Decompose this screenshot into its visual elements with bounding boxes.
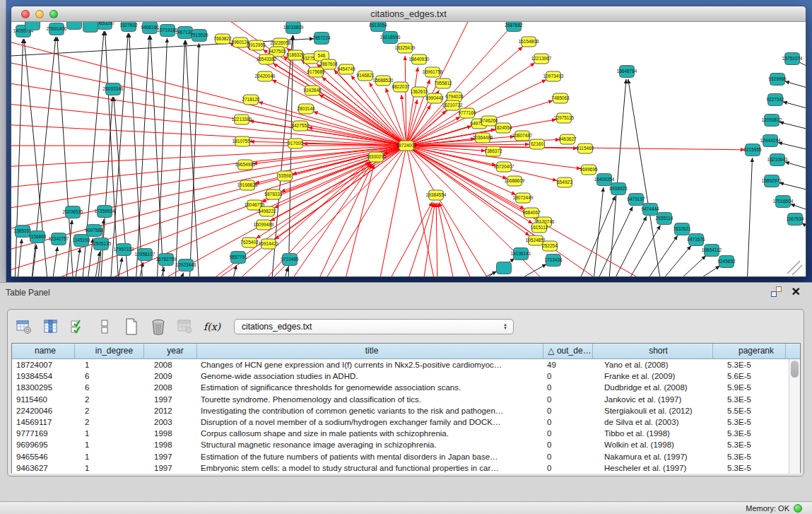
graph-edge — [436, 203, 437, 276]
cell-title: Corpus callosum shape and size in male p… — [197, 428, 543, 439]
table-row[interactable]: 977716911998Corpus callosum shape and si… — [12, 428, 800, 439]
graph-node-label: 12213389 — [232, 117, 252, 122]
rows-icon[interactable] — [95, 317, 114, 336]
column-header-pagerank[interactable]: pagerank — [713, 344, 786, 358]
graph-node-label: 8960124 — [231, 40, 249, 45]
graph-edge — [283, 267, 288, 276]
table-row[interactable]: 2242004622012Investigating the contribut… — [12, 405, 800, 416]
graph-node-label: 10654112 — [702, 247, 722, 252]
column-header-title[interactable]: title — [197, 344, 543, 358]
graph-edge — [790, 204, 806, 211]
table-columns-icon[interactable] — [42, 317, 60, 336]
table-row[interactable]: 1872400712008Changes of HCN gene express… — [12, 359, 800, 370]
cell-in_degree: 2 — [75, 394, 144, 405]
graph-node-label: 12923448 — [176, 262, 196, 267]
memory-status-label: Memory: OK — [746, 504, 789, 513]
cell-name: 19384554 — [12, 370, 75, 382]
graph-node-label: 10973493 — [543, 74, 564, 78]
graph-node-label: 12213967 — [531, 56, 552, 61]
graph-node-label: 15720407 — [494, 164, 514, 169]
graph-node-label: 19384554 — [426, 192, 447, 197]
graph-node-label: 20206535 — [63, 209, 83, 214]
graph-node-label: 6479197 — [627, 197, 645, 201]
graph-edge — [288, 35, 293, 276]
column-header-in_degree[interactable]: in_degree — [75, 344, 144, 358]
cell-short: Franke et al. (2009) — [593, 370, 713, 382]
graph-node[interactable] — [67, 22, 82, 30]
table-row[interactable]: 1830029562008Estimation of significance … — [12, 382, 800, 393]
function-icon[interactable]: f(x) — [203, 317, 221, 336]
graph-node-label: 1145193 — [73, 238, 90, 243]
table-selector-dropdown[interactable]: citations_edges.txt ▲▼ — [234, 319, 514, 334]
graph-node-label: 7386372 — [484, 148, 502, 153]
table-row[interactable]: 946362711997Embryonic stem cells: a mode… — [12, 462, 800, 474]
checklist-icon[interactable] — [69, 317, 87, 336]
graph-edge — [779, 183, 806, 191]
graph-node-label: 2867608 — [319, 62, 338, 66]
graph-node-label: 7485063 — [551, 95, 570, 100]
trash-icon[interactable] — [149, 317, 167, 336]
float-window-icon[interactable] — [771, 286, 782, 297]
graph-node-label: 1527602 — [119, 23, 138, 28]
graph-edge — [136, 35, 149, 276]
node-table: namein_degreeyeartitle△ out_de…shortpage… — [11, 343, 801, 473]
window-titlebar[interactable]: citations_edges.txt — [11, 6, 806, 22]
graph-node[interactable] — [497, 262, 512, 274]
table-gear-icon[interactable] — [15, 317, 33, 336]
column-header-name[interactable]: name — [12, 344, 75, 358]
table-row[interactable]: 1456911722003Disruption of a novel membe… — [12, 416, 800, 428]
graph-node-label: 7663822 — [213, 36, 232, 41]
column-header-short[interactable]: short — [593, 344, 713, 358]
minimize-window-icon[interactable] — [35, 10, 44, 18]
cell-name: 9115460 — [12, 394, 75, 405]
graph-node-label: 2935114 — [656, 216, 673, 221]
graph-edge — [779, 122, 806, 130]
table-row[interactable]: 1938455462009Genome-wide association stu… — [12, 370, 800, 382]
table-selector-value: citations_edges.txt — [235, 322, 500, 332]
graph-node-label: 9227342 — [766, 97, 784, 102]
graph-node-label: 5878331 — [264, 192, 283, 197]
cell-title: Tourette syndrome. Phenomenology and cla… — [197, 394, 543, 405]
graph-node-label: 12975115 — [554, 115, 575, 120]
graph-node-label: 27691406 — [47, 26, 67, 31]
new-document-icon[interactable] — [122, 317, 141, 336]
scrollbar-thumb[interactable] — [791, 361, 799, 378]
graph-edge — [11, 146, 406, 167]
cell-out_degree: 0 — [543, 462, 593, 474]
graph-node-label: 8454749 — [337, 66, 355, 71]
close-window-icon[interactable] — [21, 10, 30, 18]
network-canvas[interactable]: 1872400789601248912955232260589427503165… — [11, 22, 806, 276]
cell-out_degree: 0 — [543, 416, 593, 428]
cell-name: 9465546 — [12, 451, 75, 462]
graph-node-label: 12505135 — [91, 241, 112, 246]
graph-edge — [593, 187, 604, 276]
vertical-scrollbar[interactable] — [789, 359, 800, 474]
cell-in_degree: 6 — [75, 382, 144, 393]
cell-short: Yano et al. (2008) — [593, 359, 713, 370]
cell-pagerank: 5.3E-5 — [713, 439, 786, 450]
graph-node[interactable] — [25, 22, 40, 30]
zoom-window-icon[interactable] — [49, 10, 58, 18]
import-table-icon[interactable] — [176, 317, 194, 336]
graph-node-label: 2803144 — [297, 106, 315, 111]
cell-out_degree: 0 — [543, 428, 593, 439]
graph-node-label: 9115460 — [577, 146, 594, 151]
graph-node-label: 10807487 — [512, 133, 533, 138]
table-row[interactable]: 969969511998Structural magnetic resonanc… — [12, 439, 800, 450]
table-row[interactable]: 946554611997Estimation of the future num… — [12, 451, 800, 462]
table-row[interactable]: 911546021997Tourette syndrome. Phenomeno… — [12, 394, 800, 405]
graph-edge — [274, 146, 406, 208]
cell-out_degree: 0 — [543, 370, 593, 382]
column-header-out_degree[interactable]: △ out_de… — [543, 344, 593, 358]
network-graph[interactable]: 1872400789601248912955232260589427503165… — [11, 22, 806, 276]
graph-node-label: 16210722 — [442, 103, 463, 107]
graph-node-label: 16914421 — [259, 241, 279, 246]
memory-status-icon — [794, 504, 802, 513]
table-toolbar: f(x) citations_edges.txt ▲▼ — [15, 313, 514, 340]
column-header-year[interactable]: year — [144, 344, 197, 358]
graph-node-label: 8990443 — [425, 95, 444, 100]
resize-grip-icon[interactable] — [787, 261, 802, 275]
graph-node[interactable] — [83, 22, 98, 33]
close-panel-icon[interactable]: ✕ — [792, 287, 801, 297]
table-container: f(x) citations_edges.txt ▲▼ namein_degre… — [7, 309, 804, 477]
